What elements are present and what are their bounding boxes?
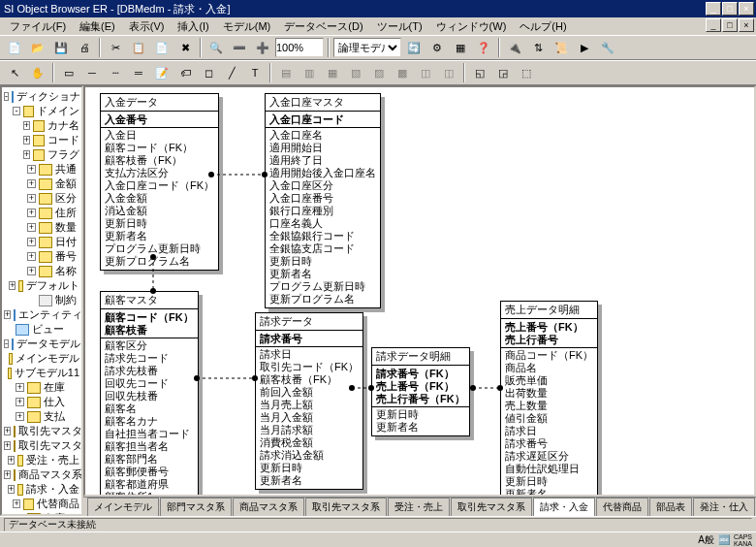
tree-dictionary[interactable]: -ディクショナリ bbox=[4, 89, 79, 104]
expander-icon[interactable]: + bbox=[16, 514, 24, 516]
tree-domain-item-3[interactable]: +共通 bbox=[4, 162, 79, 177]
menu-view[interactable]: 表示(V) bbox=[123, 18, 171, 35]
relation3-icon[interactable]: ═ bbox=[128, 62, 149, 83]
delete-icon[interactable]: ✖ bbox=[174, 37, 196, 58]
note-icon[interactable]: 📝 bbox=[151, 62, 173, 83]
tree-constraint[interactable]: 制約 bbox=[4, 293, 79, 307]
menu-model[interactable]: モデル(M) bbox=[217, 18, 277, 35]
save-icon[interactable]: 💾 bbox=[50, 37, 72, 58]
print-icon[interactable]: 🖨 bbox=[74, 37, 95, 58]
tree-dm-item-6[interactable]: +取引先マスタ系 bbox=[4, 438, 79, 453]
expander-icon[interactable]: + bbox=[27, 223, 36, 232]
mdi-minimize-button[interactable]: _ bbox=[706, 18, 721, 32]
pointer-icon[interactable]: ↖ bbox=[4, 62, 25, 83]
expander-icon[interactable]: + bbox=[8, 485, 15, 494]
align2-icon[interactable]: ▥ bbox=[299, 62, 320, 83]
expander-icon[interactable]: + bbox=[16, 412, 24, 421]
cut-icon[interactable]: ✂ bbox=[105, 37, 126, 58]
tree-dm-item-8[interactable]: +商品マスタ系 bbox=[4, 467, 79, 482]
expander-icon[interactable]: + bbox=[8, 456, 15, 465]
tree-panel[interactable]: -ディクショナリ-ドメイン+カナ名+コード+フラグ+共通+金額+区分+住所+数量… bbox=[0, 85, 83, 516]
menu-window[interactable]: ウィンドウ(W) bbox=[430, 18, 513, 35]
tab-8[interactable]: 部品表 bbox=[649, 498, 692, 516]
tree-dm-item-5[interactable]: +取引先マスタ bbox=[4, 424, 79, 438]
expander-icon[interactable]: + bbox=[27, 238, 36, 246]
tree-dm-item-1[interactable]: サブモデル11 bbox=[4, 366, 79, 380]
paste-icon[interactable]: 📄 bbox=[151, 37, 173, 58]
tab-5[interactable]: 取引先マスタ系 bbox=[451, 498, 532, 516]
mdi-close-button[interactable]: × bbox=[739, 18, 754, 32]
align4-icon[interactable]: ▧ bbox=[345, 62, 366, 83]
tree-domain-item-7[interactable]: +数量 bbox=[4, 220, 79, 235]
tree-dm-item-10[interactable]: +代替商品 bbox=[4, 497, 79, 511]
maximize-button[interactable]: □ bbox=[722, 2, 738, 16]
db-tool-icon[interactable]: 🔧 bbox=[597, 37, 618, 58]
close-button[interactable]: × bbox=[739, 2, 754, 16]
menu-file[interactable]: ファイル(F) bbox=[4, 18, 72, 35]
layer3-icon[interactable]: ⬚ bbox=[516, 62, 537, 83]
entity-icon[interactable]: ▭ bbox=[58, 62, 79, 83]
entity-nyukin_kouza[interactable]: 入金口座マスタ入金口座コード入金口座名適用開始日適用終了日適用開始後入金口座名入… bbox=[265, 93, 381, 308]
er-canvas[interactable]: 入金データ入金番号入金日顧客コード（FK）顧客枝番（FK）支払方法区分入金口座コ… bbox=[83, 85, 756, 497]
expander-icon[interactable]: + bbox=[4, 310, 11, 319]
align3-icon[interactable]: ▦ bbox=[322, 62, 343, 83]
expander-icon[interactable]: + bbox=[23, 136, 31, 145]
tab-9[interactable]: 発注・仕入 bbox=[693, 498, 755, 516]
shape-icon[interactable]: ◻ bbox=[198, 62, 219, 83]
entity-seikyu[interactable]: 請求データ請求番号請求日取引先コード（FK）顧客枝番（FK）前回入金額当月売上額… bbox=[255, 312, 363, 490]
pan-icon[interactable]: ✋ bbox=[27, 62, 48, 83]
db-script-icon[interactable]: 📜 bbox=[551, 37, 572, 58]
expander-icon[interactable]: + bbox=[4, 441, 11, 450]
menu-edit[interactable]: 編集(E) bbox=[74, 18, 121, 35]
menu-database[interactable]: データベース(D) bbox=[278, 18, 368, 35]
tree-dm-item-9[interactable]: +請求・入金 bbox=[4, 482, 79, 497]
tree-domain-item-11[interactable]: +デフォルト bbox=[4, 278, 79, 293]
zoom-in-icon[interactable]: ➕ bbox=[252, 37, 273, 58]
expander-icon[interactable]: + bbox=[23, 150, 31, 159]
menu-help[interactable]: ヘルプ(H) bbox=[514, 18, 572, 35]
expander-icon[interactable]: + bbox=[4, 427, 11, 435]
zoom-out-icon[interactable]: ➖ bbox=[229, 37, 250, 58]
tree-domain-item-0[interactable]: +カナ名 bbox=[4, 118, 79, 133]
menu-tools[interactable]: ツール(T) bbox=[371, 18, 428, 35]
entity-seikyu_meisai[interactable]: 請求データ明細請求番号（FK）売上番号（FK）売上行番号（FK）更新日時更新者名 bbox=[371, 347, 470, 436]
expander-icon[interactable]: - bbox=[13, 107, 19, 115]
copy-icon[interactable]: 📋 bbox=[128, 37, 149, 58]
tree-dm-item-11[interactable]: +在庫 bbox=[4, 511, 79, 516]
expander-icon[interactable]: + bbox=[27, 267, 36, 275]
tab-2[interactable]: 商品マスタ系 bbox=[233, 498, 304, 516]
expander-icon[interactable]: - bbox=[4, 339, 9, 348]
tree-datamodel[interactable]: -データモデル bbox=[4, 337, 79, 351]
db-sync-icon[interactable]: ⇅ bbox=[527, 37, 549, 58]
zoom-fit-icon[interactable]: 🔍 bbox=[205, 37, 227, 58]
new-icon[interactable]: 📄 bbox=[4, 37, 25, 58]
layer2-icon[interactable]: ◲ bbox=[492, 62, 514, 83]
help-icon[interactable]: ❓ bbox=[473, 37, 494, 58]
expander-icon[interactable]: + bbox=[23, 121, 31, 130]
mdi-maximize-button[interactable]: □ bbox=[722, 18, 738, 32]
minimize-button[interactable]: _ bbox=[706, 2, 721, 16]
expander-icon[interactable]: + bbox=[9, 281, 16, 290]
relation1-icon[interactable]: ─ bbox=[81, 62, 103, 83]
entity-kokyaku[interactable]: 顧客マスタ顧客コード（FK）顧客枝番顧客区分請求先コード請求先枝番回収先コード回… bbox=[100, 291, 199, 497]
expander-icon[interactable]: + bbox=[13, 499, 19, 508]
expander-icon[interactable]: + bbox=[27, 209, 36, 217]
tree-domain-item-6[interactable]: +住所 bbox=[4, 206, 79, 220]
tree-dm-item-0[interactable]: メインモデル bbox=[4, 351, 79, 366]
tree-dm-item-2[interactable]: +在庫 bbox=[4, 380, 79, 395]
align1-icon[interactable]: ▤ bbox=[275, 62, 297, 83]
expander-icon[interactable]: + bbox=[16, 398, 24, 406]
tab-0[interactable]: メインモデル bbox=[87, 498, 159, 516]
tree-dm-item-7[interactable]: +受注・売上 bbox=[4, 453, 79, 467]
layer1-icon[interactable]: ◱ bbox=[469, 62, 490, 83]
db-run-icon[interactable]: ▶ bbox=[574, 37, 595, 58]
tree-domain[interactable]: -ドメイン bbox=[4, 104, 79, 118]
entity-uriage_meisai[interactable]: 売上データ明細売上番号（FK）売上行番号商品コード（FK）商品名販売単価出荷数量… bbox=[500, 301, 598, 497]
tab-1[interactable]: 部門マスタ系 bbox=[160, 498, 232, 516]
db-connect-icon[interactable]: 🔌 bbox=[504, 37, 525, 58]
align8-icon[interactable]: ◫ bbox=[438, 62, 459, 83]
tab-4[interactable]: 受注・売上 bbox=[388, 498, 450, 516]
tree-domain-item-4[interactable]: +金額 bbox=[4, 177, 79, 191]
tree-domain-item-2[interactable]: +フラグ bbox=[4, 147, 79, 162]
label-icon[interactable]: 🏷 bbox=[174, 62, 196, 83]
